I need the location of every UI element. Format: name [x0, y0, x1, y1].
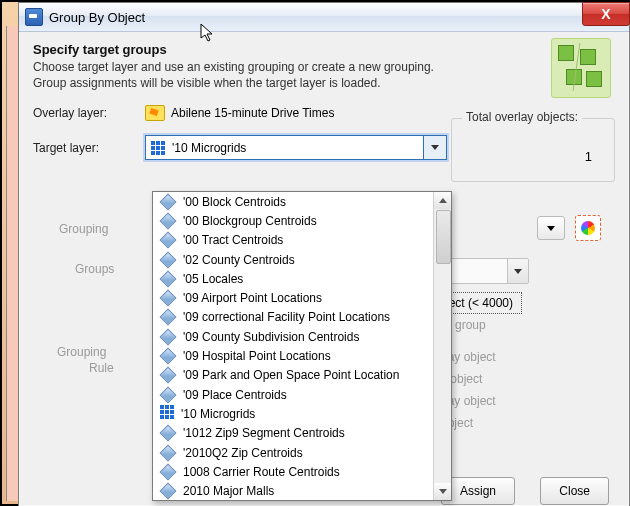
point-layer-icon: [160, 193, 177, 210]
point-layer-icon: [160, 290, 177, 307]
dropdown-item[interactable]: '09 Place Centroids: [153, 385, 433, 404]
dropdown-item-label: '09 Airport Point Locations: [183, 291, 322, 305]
groups-combobox-button[interactable]: [507, 259, 528, 283]
scroll-up-button[interactable]: [434, 192, 451, 209]
dropdown-item[interactable]: '09 Park and Open Space Point Location: [153, 366, 433, 385]
dropdown-item[interactable]: '00 Blockgroup Centroids: [153, 211, 433, 230]
point-layer-icon: [160, 212, 177, 229]
dropdown-item[interactable]: '00 Tract Centroids: [153, 231, 433, 250]
chevron-down-icon: [547, 226, 555, 231]
point-layer-icon: [160, 483, 177, 500]
total-overlay-objects-value: 1: [585, 149, 592, 164]
dropdown-item[interactable]: '2010Q2 Zip Centroids: [153, 443, 433, 462]
titlebar[interactable]: Group By Object X: [19, 3, 629, 32]
svg-rect-1: [156, 141, 160, 145]
dropdown-scrollbar[interactable]: [433, 192, 451, 500]
dropdown-item-label: '02 County Centroids: [183, 253, 295, 267]
dropdown-item-label: '05 Locales: [183, 272, 243, 286]
svg-rect-6: [151, 151, 155, 155]
grid-icon: [159, 404, 175, 423]
chevron-down-icon: [514, 269, 522, 274]
svg-rect-13: [165, 410, 169, 414]
new-grouping-icon-button[interactable]: [575, 215, 601, 241]
svg-rect-15: [160, 415, 164, 419]
svg-rect-16: [165, 415, 169, 419]
section-heading: Specify target groups: [33, 42, 615, 57]
burst-icon: [581, 221, 595, 235]
dropdown-item-label: 1008 Carrier Route Centroids: [183, 465, 340, 479]
grouping-dropdown-button[interactable]: [537, 216, 565, 240]
point-layer-icon: [160, 270, 177, 287]
dropdown-item-label: '09 County Subdivision Centroids: [183, 330, 359, 344]
dropdown-item-label: '09 Park and Open Space Point Location: [183, 368, 399, 382]
target-layer-dropdown-button[interactable]: [423, 136, 446, 159]
point-layer-icon: [160, 328, 177, 345]
window-title: Group By Object: [49, 10, 145, 25]
dropdown-item[interactable]: '09 correctional Facility Point Location…: [153, 308, 433, 327]
point-layer-icon: [160, 425, 177, 442]
target-layer-label: Target layer:: [33, 141, 135, 155]
point-layer-icon: [160, 444, 177, 461]
dropdown-item[interactable]: '10 Microgrids: [153, 404, 433, 423]
total-overlay-objects-groupbox: Total overlay objects: 1: [451, 118, 615, 182]
dropdown-item[interactable]: '1012 Zip9 Segment Centroids: [153, 424, 433, 443]
svg-rect-2: [161, 141, 165, 145]
dropdown-item[interactable]: 1008 Carrier Route Centroids: [153, 462, 433, 481]
groups-combobox[interactable]: [439, 258, 529, 284]
focused-option-text: ject (< 4000): [446, 296, 513, 310]
dropdown-item[interactable]: '05 Locales: [153, 269, 433, 288]
svg-rect-7: [156, 151, 160, 155]
point-layer-icon: [160, 367, 177, 384]
close-button-label: Close: [559, 484, 590, 498]
chevron-down-icon: [439, 489, 447, 494]
svg-rect-11: [170, 405, 174, 409]
dropdown-item-label: '00 Tract Centroids: [183, 233, 283, 247]
grid-icon: [150, 140, 166, 156]
assign-button-label: Assign: [460, 484, 496, 498]
dropdown-item[interactable]: 2010 Major Malls: [153, 481, 433, 500]
grouping-rule-label-1: Grouping: [57, 345, 106, 359]
app-icon: [25, 8, 43, 26]
point-layer-icon: [160, 386, 177, 403]
assign-button[interactable]: Assign: [441, 477, 515, 505]
dropdown-item[interactable]: '09 Airport Point Locations: [153, 288, 433, 307]
section-description: Choose target layer and use an existing …: [33, 59, 503, 91]
point-layer-icon: [160, 251, 177, 268]
svg-rect-0: [151, 141, 155, 145]
dropdown-items-container: '00 Block Centroids'00 Blockgroup Centro…: [153, 192, 433, 500]
grouping-rule-label-2: Rule: [89, 361, 114, 375]
svg-rect-12: [160, 410, 164, 414]
dropdown-item[interactable]: '02 County Centroids: [153, 250, 433, 269]
target-layer-dropdown-list[interactable]: '00 Block Centroids'00 Blockgroup Centro…: [152, 191, 452, 501]
dropdown-item-label: '00 Blockgroup Centroids: [183, 214, 317, 228]
scroll-thumb[interactable]: [436, 210, 451, 264]
svg-rect-14: [170, 410, 174, 414]
dropdown-item[interactable]: '09 Hospital Point Locations: [153, 346, 433, 365]
overlay-layer-swatch-icon: [145, 105, 165, 121]
overlay-layer-value: Abilene 15-minute Drive Times: [145, 105, 334, 121]
screenshot-root: Group By Object X Specify target groups …: [0, 0, 630, 506]
svg-rect-8: [161, 151, 165, 155]
target-layer-combobox[interactable]: '10 Microgrids: [145, 135, 447, 160]
dropdown-item-label: '2010Q2 Zip Centroids: [183, 446, 303, 460]
close-button[interactable]: Close: [540, 477, 609, 505]
dropdown-item[interactable]: '00 Block Centroids: [153, 192, 433, 211]
svg-rect-3: [151, 146, 155, 150]
overlay-layer-text: Abilene 15-minute Drive Times: [171, 106, 334, 120]
point-layer-icon: [160, 348, 177, 365]
scroll-down-button[interactable]: [434, 483, 451, 500]
grouping-illustration-icon: [551, 38, 611, 98]
dropdown-item-label: '09 correctional Facility Point Location…: [183, 310, 390, 324]
dropdown-item-label: '1012 Zip9 Segment Centroids: [183, 426, 345, 440]
dropdown-item-label: '09 Hospital Point Locations: [183, 349, 331, 363]
point-layer-icon: [160, 309, 177, 326]
groups-label: Groups: [75, 262, 114, 276]
dropdown-item-label: '09 Place Centroids: [183, 388, 287, 402]
svg-rect-9: [160, 405, 164, 409]
dropdown-item-label: 2010 Major Malls: [183, 484, 274, 498]
dialog-body: Specify target groups Choose target laye…: [19, 32, 629, 506]
window-close-button[interactable]: X: [582, 2, 630, 26]
close-icon: X: [601, 6, 610, 22]
dropdown-item[interactable]: '09 County Subdivision Centroids: [153, 327, 433, 346]
svg-rect-5: [161, 146, 165, 150]
